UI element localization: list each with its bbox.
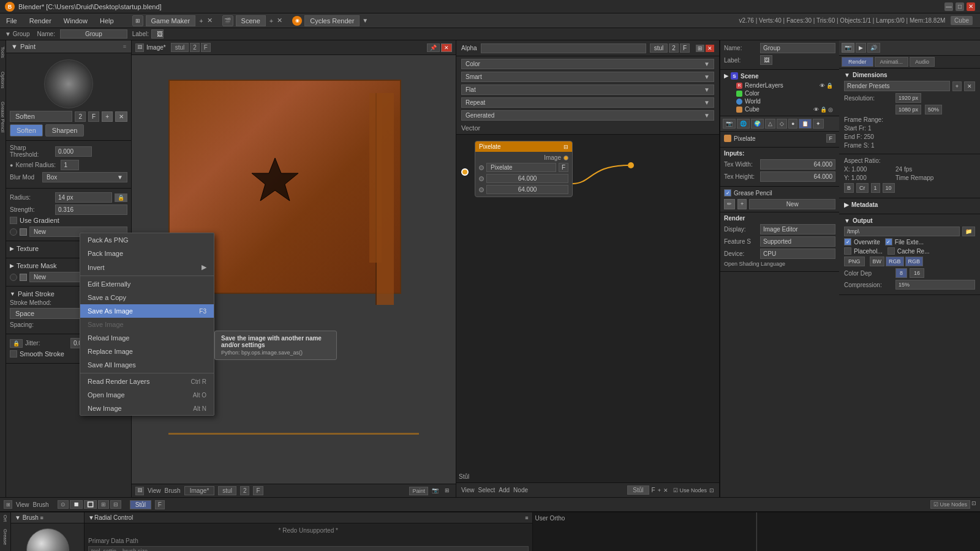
render-layers-item[interactable]: R RenderLayers 👁 🔒 (724, 81, 835, 89)
sharp-threshold-input[interactable] (55, 146, 92, 157)
footer-camera[interactable]: 📷 (429, 487, 441, 495)
alpha-slider[interactable] (481, 43, 646, 53)
cycles-dropdown[interactable]: Cycles Render (304, 15, 360, 26)
node-footer-node[interactable]: Node (513, 487, 528, 493)
alpha-stul[interactable]: stul (650, 43, 668, 53)
panel-options[interactable]: ≡ (123, 43, 126, 50)
brush-panel-options[interactable]: ≡ (40, 515, 43, 521)
gp-plus[interactable]: + (737, 199, 747, 209)
image-tab[interactable]: Image* (146, 44, 166, 51)
props-render-icon[interactable]: 📷 (842, 43, 854, 53)
vp-f[interactable]: F (155, 500, 165, 509)
label-icon-prop[interactable]: 🖼 (760, 55, 772, 65)
tex-height-value[interactable]: 64.000 (486, 185, 568, 194)
tex-width-value[interactable]: 64.000 (486, 174, 568, 183)
menu-render[interactable]: Render (23, 15, 58, 26)
node-footer-view[interactable]: View (461, 487, 475, 493)
render-presets[interactable]: Render Presets (844, 81, 950, 91)
radius-lock[interactable]: 🔒 (115, 193, 127, 202)
lock-icon[interactable]: 🔒 (826, 83, 833, 89)
prop-tex[interactable]: 📋 (799, 119, 812, 129)
node-plus[interactable]: + (658, 487, 661, 493)
prop-scene[interactable]: 🌐 (737, 119, 750, 129)
brush-plus[interactable]: + (102, 111, 113, 122)
kernel-radius-input[interactable] (61, 160, 79, 170)
use-gradient-checkbox[interactable] (10, 217, 17, 224)
tex-width-prop-value[interactable]: 64.000 (760, 159, 835, 170)
radius-value[interactable]: 14 px (55, 192, 112, 203)
use-nodes-vp[interactable]: ☑ Use Nodes (930, 500, 970, 509)
ctx-replace-image[interactable]: Replace Image (80, 345, 214, 358)
res-y[interactable]: 1080 px (895, 105, 921, 114)
node-f[interactable]: F (652, 487, 655, 493)
grease-pencil-cb[interactable] (724, 189, 731, 197)
brush-x[interactable]: ✕ (115, 111, 127, 122)
node-footer-add[interactable]: Add (499, 487, 510, 493)
device-value[interactable]: CPU (760, 249, 835, 259)
jitter-lock[interactable]: 🔒 (10, 339, 23, 348)
ctx-pack-image[interactable]: Pack Image (80, 247, 214, 260)
output-path[interactable]: /tmp\ (844, 227, 960, 236)
scene-x-icon[interactable]: ✕ (277, 17, 282, 24)
dimensions-title[interactable]: ▼ Dimensions (844, 72, 975, 78)
smart-option[interactable]: Smart ▼ (461, 72, 714, 82)
node-expand[interactable]: ⊡ (709, 487, 714, 493)
format-val[interactable]: PNG (844, 257, 865, 266)
ctx-pack-as-png[interactable]: Pack As PNG (80, 233, 214, 247)
stul-vp-name[interactable]: Stůl (130, 500, 151, 509)
blur-mod-dropdown[interactable]: Box ▼ (42, 172, 127, 182)
soften-button[interactable]: Soften (10, 124, 43, 137)
rp-x[interactable]: ✕ (964, 81, 975, 91)
compression-value[interactable]: 15% (895, 280, 975, 290)
grease-pencil-vp[interactable]: Grease (2, 529, 8, 545)
menu-file[interactable]: File (0, 15, 23, 26)
3d-canvas[interactable]: (1) Cube (533, 512, 981, 551)
ctx-invert[interactable]: Invert ▶ (80, 260, 214, 274)
placeholder-cb[interactable] (844, 247, 851, 255)
prop-data[interactable]: ◇ (777, 119, 787, 129)
close-button[interactable]: ✕ (967, 2, 975, 11)
node-canvas[interactable]: Stůl Pixelate ⊟ Image (456, 135, 719, 482)
vp-expand[interactable]: ⊡ (971, 500, 976, 509)
footer-f[interactable]: F (253, 486, 263, 495)
footer-stul[interactable]: stul (218, 486, 236, 495)
vp-icon3[interactable]: 🔳 (84, 500, 97, 509)
ctx-new-image[interactable]: New Image Alt N (80, 402, 214, 415)
cube-item[interactable]: Cube 👁 🔒 ◎ (724, 105, 835, 113)
gp-pencil-icon[interactable]: ✏ (724, 199, 735, 209)
prop-mat[interactable]: ● (788, 119, 797, 129)
texture-mask-swatch[interactable] (20, 274, 27, 281)
tex-height-prop-value[interactable]: 64.000 (760, 171, 835, 182)
res-percent[interactable]: 50% (925, 105, 942, 114)
output-title[interactable]: ▼ Output (844, 217, 975, 224)
vp-icon2[interactable]: 🔲 (70, 500, 83, 509)
cr-val[interactable]: Cr (856, 183, 869, 193)
color-item[interactable]: Color (724, 89, 835, 97)
label-icon[interactable]: 🖼 (151, 29, 164, 39)
primary-value[interactable]: tool_settin....brush.size (88, 546, 529, 551)
sharpen-button[interactable]: Sharpen (45, 124, 85, 137)
color-swatch[interactable] (20, 228, 27, 236)
image-pin[interactable]: 📌 (427, 43, 440, 52)
ctx-read-render-layers[interactable]: Read Render Layers Ctrl R (80, 375, 214, 388)
menu-window[interactable]: Window (58, 15, 94, 26)
rgb-btn[interactable]: RGB (886, 257, 904, 266)
node-footer-select[interactable]: Select (478, 487, 496, 493)
alpha-f[interactable]: F (680, 43, 690, 53)
grease-pencil-tool[interactable]: Grease Pencil (0, 102, 6, 132)
metadata-title[interactable]: ▶ Metadata (844, 201, 975, 208)
alpha-close[interactable]: ✕ (706, 45, 714, 52)
new-gp-btn[interactable]: New (749, 199, 835, 209)
ctx-save-as-image[interactable]: Save As Image F3 (80, 304, 214, 318)
footer-brush[interactable]: Brush (165, 487, 181, 494)
stul-footer[interactable]: Stůl (627, 485, 649, 495)
overwrite-cb[interactable] (844, 238, 851, 246)
vp-icon4[interactable]: ⊞ (98, 500, 109, 509)
cube-lock[interactable]: 🔒 (820, 107, 827, 113)
prop-obj[interactable]: △ (765, 119, 775, 129)
group-name[interactable]: Group (60, 29, 127, 39)
x-icon[interactable]: ✕ (207, 17, 213, 24)
scene-tab[interactable]: Scene (236, 15, 266, 26)
rgba-btn[interactable]: RGB (905, 257, 924, 266)
output-folder[interactable]: 📁 (962, 227, 975, 236)
